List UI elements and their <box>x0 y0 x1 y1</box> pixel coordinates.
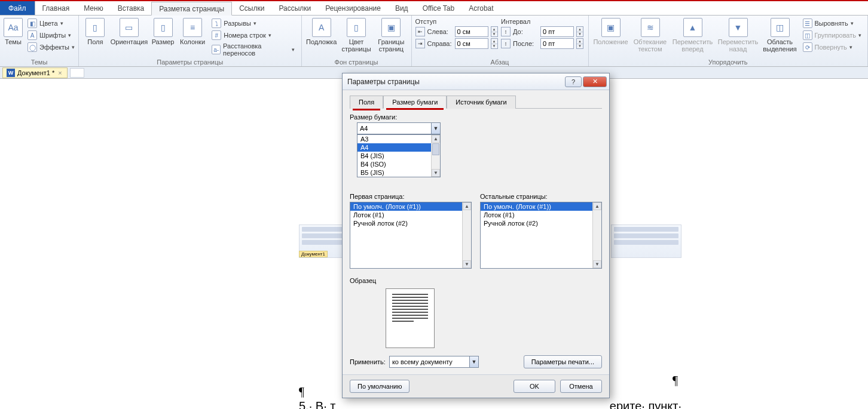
selection-pane-button[interactable]: ◫Область выделения <box>762 17 798 53</box>
rotate-button[interactable]: ⟳Повернуть▾ <box>800 42 864 53</box>
paper-opt-a4[interactable]: A4 <box>357 143 440 152</box>
size-button[interactable]: ▯Размер <box>150 17 176 45</box>
group-arrange-title: Упорядочить <box>592 58 864 66</box>
word-doc-icon: W <box>7 69 15 77</box>
dlg-tab-margins[interactable]: Поля <box>350 96 383 109</box>
indent-right-input[interactable] <box>455 38 488 49</box>
palette-icon: ◧ <box>27 19 37 28</box>
align-icon: ☰ <box>803 19 812 28</box>
chevron-down-icon[interactable]: ▼ <box>469 356 479 368</box>
hyphenation-button[interactable]: a-Расстановка переносов▾ <box>209 42 297 57</box>
tab-page-layout[interactable]: Разметка страницы <box>151 2 232 16</box>
spacing-after-spinner[interactable]: ▲▼ <box>576 38 583 49</box>
spacing-after-input[interactable] <box>540 38 574 49</box>
margins-icon: ▯ <box>85 18 105 37</box>
spacing-after-icon: ↕ <box>501 39 511 48</box>
indent-left-spinner[interactable]: ▲▼ <box>491 26 498 37</box>
dlg-tab-paper[interactable]: Размер бумаги <box>383 96 447 109</box>
tray-default[interactable]: По умолч. (Лоток (#1)) <box>481 202 601 211</box>
ok-button[interactable]: OK <box>514 380 555 393</box>
indent-right-spinner[interactable]: ▲▼ <box>491 38 498 49</box>
first-page-label: Первая страница: <box>350 193 472 200</box>
apply-to-combo[interactable]: ко всему документу ▼ <box>389 356 479 368</box>
page-setup-dialog: Параметры страницы ? ✕ Поля Размер бумаг… <box>342 73 610 398</box>
spacing-before: ↕ До: ▲▼ <box>501 26 585 37</box>
breaks-button[interactable]: ⤵Разрывы▾ <box>209 18 297 29</box>
page-borders-button[interactable]: ▣Границы страниц <box>375 17 407 53</box>
indent-right-icon: ⇥ <box>415 39 425 48</box>
tab-view[interactable]: Вид <box>388 1 415 15</box>
other-pages-label: Остальные страницы: <box>480 193 602 200</box>
doc-tab-name: Документ1 * <box>17 69 54 76</box>
orientation-icon: ▭ <box>120 18 139 37</box>
tab-home[interactable]: Главная <box>35 1 77 15</box>
tray-manual[interactable]: Ручной лоток (#2) <box>350 219 471 227</box>
paragraph-mark: ¶ <box>673 374 678 388</box>
print-options-button[interactable]: Параметры печати... <box>524 355 602 368</box>
columns-button[interactable]: ≡Колонки <box>178 17 207 45</box>
apply-to-value: ко всему документу <box>392 358 453 365</box>
back-button[interactable]: ▼Переместить назад <box>717 17 760 53</box>
indent-title: Отступ <box>415 18 499 25</box>
wrap-button[interactable]: ≋Обтекание текстом <box>632 17 669 53</box>
doc-tab-close[interactable]: × <box>57 69 63 76</box>
spacing-before-spinner[interactable]: ▲▼ <box>576 26 583 37</box>
columns-icon: ≡ <box>183 18 202 37</box>
doc-tab[interactable]: W Документ1 * × <box>2 67 68 78</box>
help-button[interactable]: ? <box>565 76 582 87</box>
group-icon: ◫ <box>803 30 812 40</box>
align-button[interactable]: ☰Выровнять▾ <box>800 18 864 29</box>
paper-opt-b4iso[interactable]: B4 (ISO) <box>357 160 440 168</box>
tab-review[interactable]: Рецензирование <box>318 1 388 15</box>
tray-default[interactable]: По умолч. (Лоток (#1)) <box>350 202 471 211</box>
pageborders-icon: ▣ <box>381 18 401 37</box>
other-pages-listbox[interactable]: По умолч. (Лоток (#1)) Лоток (#1) Ручной… <box>480 202 602 269</box>
line-numbers-button[interactable]: #Номера строк▾ <box>209 30 297 41</box>
theme-fonts-button[interactable]: AШрифты▾ <box>25 30 77 41</box>
font-icon: A <box>27 30 37 40</box>
dialog-titlebar[interactable]: Параметры страницы ? ✕ <box>343 73 609 90</box>
breaks-icon: ⤵ <box>212 19 221 28</box>
new-tab-button[interactable] <box>70 68 84 78</box>
forward-button[interactable]: ▲Переместить вперед <box>671 17 714 53</box>
position-button[interactable]: ▣Положение <box>592 17 629 45</box>
close-button[interactable]: ✕ <box>583 76 607 87</box>
paper-size-combo[interactable]: A4 ▼ A3 A4 B4 (JIS) B4 (ISO) B5 (JIS) ▲▼ <box>357 122 441 134</box>
dlg-tab-source[interactable]: Источник бумаги <box>447 96 515 109</box>
cancel-button[interactable]: Отмена <box>560 380 602 393</box>
first-page-listbox[interactable]: По умолч. (Лоток (#1)) Лоток (#1) Ручной… <box>350 202 472 269</box>
back-icon: ▼ <box>729 18 748 37</box>
page-color-button[interactable]: ▯Цвет страницы <box>340 17 372 53</box>
tab-links[interactable]: Ссылки <box>232 1 271 15</box>
paper-opt-b5jis[interactable]: B5 (JIS) <box>357 168 440 177</box>
tray-1[interactable]: Лоток (#1) <box>481 211 601 219</box>
embedded-img-doctab: Документ1 <box>299 251 328 257</box>
indent-left-input[interactable] <box>455 26 488 37</box>
themes-button[interactable]: Aa Темы <box>4 17 23 45</box>
chevron-down-icon[interactable]: ▼ <box>431 122 441 134</box>
ribbon: Aa Темы ◧Цвета▾ AШрифты▾ ◯Эффекты▾ Темы … <box>0 16 868 67</box>
paper-opt-a3[interactable]: A3 <box>357 135 440 143</box>
group-button[interactable]: ◫Группировать▾ <box>800 30 864 41</box>
watermark-button[interactable]: AПодложка <box>305 17 338 45</box>
paper-opt-b4jis[interactable]: B4 (JIS) <box>357 152 440 160</box>
tray-1[interactable]: Лоток (#1) <box>350 211 471 219</box>
dropdown-scrollbar[interactable]: ▲▼ <box>431 135 440 177</box>
margins-button[interactable]: ▯Поля <box>82 17 108 45</box>
theme-effects-button[interactable]: ◯Эффекты▾ <box>25 42 77 53</box>
theme-colors-button[interactable]: ◧Цвета▾ <box>25 18 77 29</box>
listbox-scrollbar[interactable]: ▲▼ <box>592 202 601 268</box>
tab-acrobat[interactable]: Acrobat <box>461 1 500 15</box>
linenum-icon: # <box>212 30 221 40</box>
listbox-scrollbar[interactable]: ▲▼ <box>462 202 471 268</box>
spacing-before-input[interactable] <box>540 26 574 37</box>
tab-file[interactable]: Файл <box>0 1 35 15</box>
defaults-button[interactable]: По умолчанию <box>350 380 409 393</box>
tray-manual[interactable]: Ручной лоток (#2) <box>481 219 601 227</box>
tab-insert[interactable]: Вставка <box>111 1 152 15</box>
tab-mailings[interactable]: Рассылки <box>271 1 318 15</box>
tab-menu[interactable]: Меню <box>77 1 110 15</box>
tab-officetab[interactable]: Office Tab <box>415 1 462 15</box>
sample-label: Образец <box>350 277 602 284</box>
orientation-button[interactable]: ▭Ориентация <box>111 17 148 45</box>
